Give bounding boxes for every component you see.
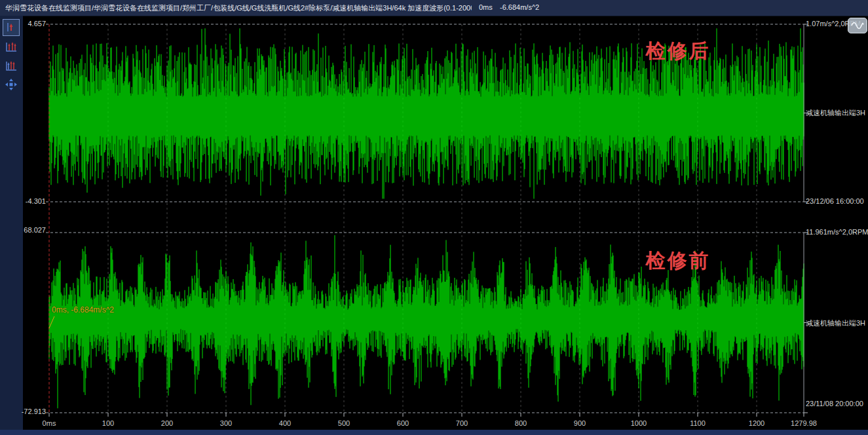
vibration-monitor-window: 华润雪花设备在线监测项目/华润雪花设备在线监测项目/郑州工厂/包装线/G线/G线… <box>0 0 868 435</box>
x-tick-label: 200 <box>144 419 190 427</box>
title-bar: 华润雪花设备在线监测项目/华润雪花设备在线监测项目/郑州工厂/包装线/G线/G线… <box>0 0 868 16</box>
x-tick-label: 900 <box>557 419 603 427</box>
cursor-value-readout: -6.684m/s^2 <box>500 3 539 11</box>
chart2-ymax-label: 68.027 <box>0 226 46 234</box>
stacked-waveform-icon[interactable] <box>3 39 20 56</box>
x-tick-label: 100 <box>85 419 131 427</box>
x-tick-label: 600 <box>380 419 426 427</box>
x-tick-label: 1100 <box>675 419 721 427</box>
annotation-after-repair: 检修后 <box>632 38 724 65</box>
multi-waveform-glyph <box>5 60 18 73</box>
x-tick-label: 1279.98 <box>781 419 827 427</box>
chart2-timestamp-label: 23/11/08 20:00:00 <box>806 400 868 407</box>
x-axis-labels: 0ms1002003004005006007008009001000110012… <box>0 419 868 430</box>
x-tick-label: 800 <box>498 419 544 427</box>
chart1-timestamp-label: 23/12/06 16:00:00 <box>806 197 868 205</box>
tool-sidebar <box>0 16 23 435</box>
pan-move-icon[interactable] <box>3 76 20 93</box>
x-tick-label: 300 <box>203 419 249 427</box>
waveform-mode-button[interactable] <box>848 18 867 33</box>
x-tick-label: 700 <box>439 419 485 427</box>
chart2-rms-speed-label: 11.961m/s^2,0RPM <box>806 228 868 236</box>
x-tick-label: 0ms <box>26 419 72 427</box>
chart1-ymin-label: -4.301 <box>0 197 46 205</box>
sine-wave-icon <box>851 22 864 29</box>
window-bottom-edge <box>0 430 868 435</box>
x-tick-label: 500 <box>321 419 367 427</box>
breadcrumb-measurement-path: 华润雪花设备在线监测项目/华润雪花设备在线监测项目/郑州工厂/包装线/G线/G线… <box>5 3 472 13</box>
pan-move-glyph <box>5 78 18 91</box>
cursor-time-readout: 0ms <box>479 3 493 11</box>
chart2-point-name-label: 减速机轴输出端3H <box>806 318 868 328</box>
annotation-before-repair: 检修前 <box>632 248 724 274</box>
x-tick-label: 1200 <box>734 419 780 427</box>
chart1-point-name-label: 减速机轴输出端3H <box>806 108 868 118</box>
stacked-waveform-glyph <box>5 41 18 54</box>
chart-canvas[interactable] <box>23 16 868 435</box>
x-tick-label: 400 <box>262 419 308 427</box>
cursor-point-label: 0ms, -6.684m/s^2 <box>52 305 114 314</box>
multi-waveform-icon[interactable] <box>3 58 20 75</box>
chart2-ymin-label: -72.913 <box>0 407 46 415</box>
x-tick-label: 1000 <box>616 419 662 427</box>
chart1-ymax-label: 4.657 <box>0 20 46 28</box>
